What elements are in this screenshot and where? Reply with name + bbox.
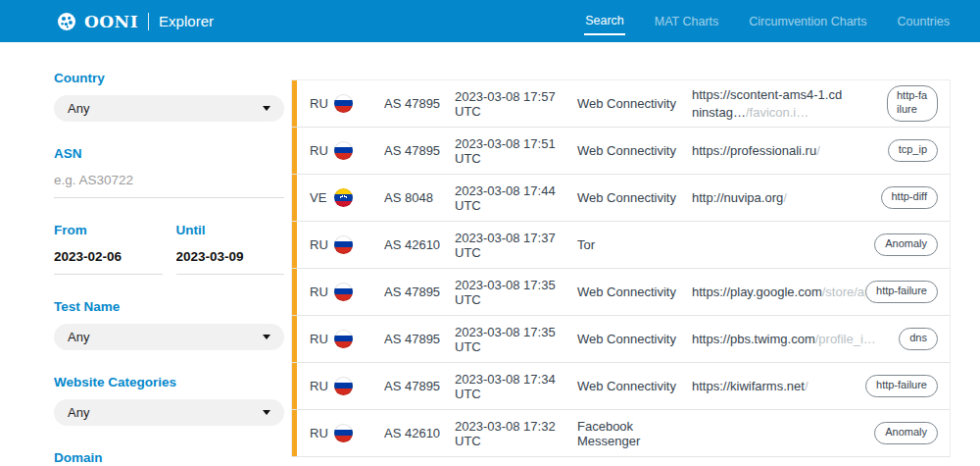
country-code: RU bbox=[310, 237, 334, 252]
measurement-row[interactable]: RU AS 47895 2023-03-08 17:35 UTC Web Con… bbox=[292, 269, 950, 316]
country-flag-icon bbox=[334, 283, 353, 301]
url-path: / bbox=[783, 190, 787, 205]
country-code: RU bbox=[310, 96, 334, 111]
until-date-input[interactable] bbox=[176, 247, 285, 275]
test-name-label: Test Name bbox=[54, 299, 284, 314]
country-code: VE bbox=[310, 190, 334, 205]
from-date-col: From bbox=[54, 223, 163, 275]
url-host: https://professionali.ru bbox=[692, 143, 816, 158]
status-badge: http-diff bbox=[881, 186, 939, 209]
filter-group-asn: ASN bbox=[54, 146, 284, 198]
url-path: / bbox=[816, 143, 820, 158]
asn-value: AS 47895 bbox=[384, 285, 455, 299]
test-name-select[interactable]: Any bbox=[54, 324, 284, 350]
country-flag-icon bbox=[334, 188, 353, 207]
nav-item-countries[interactable]: Countries bbox=[897, 9, 952, 34]
url-host: https://kiwifarms.net bbox=[692, 379, 805, 393]
country-flag-icon bbox=[334, 94, 353, 113]
url-path: /profile_i… bbox=[815, 332, 876, 346]
top-header: OONI Explorer Search MAT Charts Circumve… bbox=[0, 0, 980, 42]
measurement-date: 2023-03-08 17:32 UTC bbox=[455, 419, 577, 448]
measured-url: https://play.google.com/store/app… bbox=[692, 284, 865, 301]
brand-name: OONI bbox=[84, 12, 138, 31]
asn-value: AS 47895 bbox=[384, 379, 455, 393]
url-host: http://nuvipa.org bbox=[692, 190, 783, 205]
brand-product: Explorer bbox=[159, 13, 214, 29]
measurement-date: 2023-03-08 17:34 UTC bbox=[455, 372, 577, 401]
test-name: Web Connectivity bbox=[577, 190, 692, 205]
measured-url: https://kiwifarms.net/ bbox=[692, 378, 865, 395]
test-name: Tor bbox=[577, 237, 692, 252]
measurement-row[interactable]: RU AS 42610 2023-03-08 17:37 UTC Tor Ano… bbox=[292, 222, 950, 269]
from-date-input[interactable] bbox=[54, 247, 163, 275]
filter-sidebar: Country Any ASN From Until Test Name Any bbox=[54, 71, 284, 466]
test-name: Facebook Messenger bbox=[577, 419, 692, 448]
measured-url: http://nuvipa.org/ bbox=[692, 189, 881, 207]
measurement-date: 2023-03-08 17:57 UTC bbox=[455, 89, 577, 119]
test-name: Web Connectivity bbox=[577, 285, 692, 299]
status-badge: Anomaly bbox=[874, 233, 938, 256]
brand-divider bbox=[148, 13, 149, 30]
measurement-date: 2023-03-08 17:37 UTC bbox=[455, 231, 577, 260]
asn-value: AS 47895 bbox=[384, 96, 455, 111]
measurement-row[interactable]: RU AS 47895 2023-03-08 17:51 UTC Web Con… bbox=[292, 128, 950, 175]
measurement-row[interactable]: RU AS 47895 2023-03-08 17:57 UTC Web Con… bbox=[292, 80, 950, 128]
measurement-date: 2023-03-08 17:35 UTC bbox=[455, 325, 577, 354]
measurement-date: 2023-03-08 17:51 UTC bbox=[455, 136, 577, 166]
country-code: RU bbox=[310, 285, 334, 299]
ooni-logo-link[interactable]: OONI Explorer bbox=[57, 12, 214, 31]
chevron-down-icon bbox=[263, 335, 270, 339]
url-path: / bbox=[805, 379, 808, 393]
asn-value: AS 42610 bbox=[384, 426, 455, 440]
website-categories-label: Website Categories bbox=[54, 375, 284, 389]
page-content: Country Any ASN From Until Test Name Any bbox=[0, 42, 980, 466]
measurement-row[interactable]: RU AS 47895 2023-03-08 17:35 UTC Web Con… bbox=[292, 316, 950, 363]
test-name: Web Connectivity bbox=[577, 143, 692, 158]
url-path: /store/app… bbox=[822, 285, 865, 299]
filter-group-country: Country Any bbox=[54, 71, 284, 122]
measured-url: https://pbs.twimg.com/profile_i… bbox=[692, 331, 899, 348]
test-name: Web Connectivity bbox=[577, 379, 692, 393]
status-badge: dns bbox=[899, 328, 938, 350]
country-code: RU bbox=[310, 426, 334, 440]
country-code: RU bbox=[310, 379, 334, 393]
asn-input[interactable] bbox=[54, 171, 284, 198]
country-label: Country bbox=[54, 71, 284, 85]
nav-item-mat-charts[interactable]: MAT Charts bbox=[654, 9, 720, 34]
country-select[interactable]: Any bbox=[54, 95, 284, 122]
domain-label: Domain bbox=[54, 450, 284, 465]
nav-item-circumvention-charts[interactable]: Circumvention Charts bbox=[748, 9, 867, 34]
from-label: From bbox=[54, 223, 163, 237]
main-nav: Search MAT Charts Circumvention Charts C… bbox=[584, 8, 951, 35]
filter-group-website-categories: Website Categories Any bbox=[54, 375, 284, 426]
chevron-down-icon bbox=[263, 106, 270, 111]
status-badge: Anomaly bbox=[874, 422, 938, 444]
url-host: https://pbs.twimg.com bbox=[692, 332, 815, 346]
measurement-row[interactable]: RU AS 42610 2023-03-08 17:32 UTC Faceboo… bbox=[292, 410, 950, 457]
until-date-col: Until bbox=[176, 223, 285, 275]
measurement-row[interactable]: RU AS 47895 2023-03-08 17:34 UTC Web Con… bbox=[292, 363, 950, 410]
nav-item-search[interactable]: Search bbox=[584, 8, 625, 35]
chevron-down-icon bbox=[263, 410, 270, 415]
status-badge: tcp_ip bbox=[888, 139, 938, 162]
url-path: /favicon.i… bbox=[746, 105, 808, 120]
ooni-logo-icon bbox=[57, 12, 76, 31]
measurement-date: 2023-03-08 17:35 UTC bbox=[455, 278, 577, 307]
until-label: Until bbox=[176, 223, 285, 237]
asn-label: ASN bbox=[54, 146, 284, 161]
asn-value: AS 42610 bbox=[384, 237, 455, 252]
asn-value: AS 8048 bbox=[384, 190, 455, 205]
country-flag-icon bbox=[334, 424, 353, 442]
filter-group-test-name: Test Name Any bbox=[54, 299, 284, 350]
filter-group-domain: Domain bbox=[54, 450, 284, 466]
website-categories-select[interactable]: Any bbox=[54, 399, 284, 426]
status-badge: http-failure bbox=[865, 281, 938, 303]
status-badge: http-failure bbox=[865, 375, 938, 397]
measurement-row[interactable]: VE AS 8048 2023-03-08 17:44 UTC Web Conn… bbox=[292, 175, 950, 222]
country-flag-icon bbox=[334, 141, 353, 160]
test-name: Web Connectivity bbox=[577, 332, 692, 346]
country-flag-icon bbox=[334, 330, 353, 348]
country-code: RU bbox=[310, 143, 334, 158]
country-select-value: Any bbox=[68, 101, 89, 116]
filter-group-dates: From Until bbox=[54, 223, 284, 275]
